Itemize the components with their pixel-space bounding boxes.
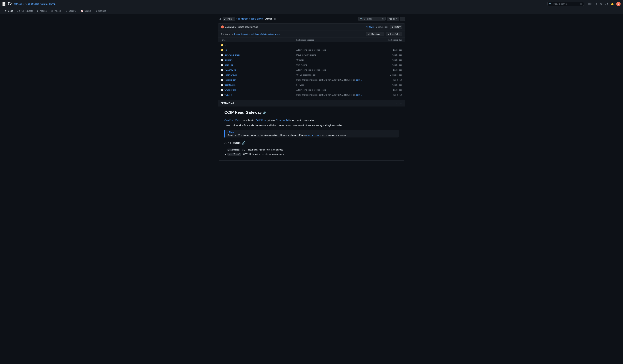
- copy-path-btn[interactable]: ⧉: [274, 17, 276, 21]
- file-name-cell: 📄 yarn.lock: [221, 94, 296, 96]
- note-title: ℹ Note: [227, 131, 396, 133]
- commit-date-cell: 2 days ago: [372, 49, 402, 51]
- file-row: 📄 .gitignore Organize 4 months ago: [218, 57, 405, 62]
- col-name: Name: [221, 39, 296, 41]
- file-nav: ⊞ ⎇ main ▾ ens-offchain-registrar-zkevm …: [218, 17, 405, 21]
- route-code: /get/{name}: [227, 153, 241, 156]
- file-type-icon: 📄: [221, 74, 223, 76]
- sidebar-toggle[interactable]: ⊞: [218, 17, 221, 21]
- file-link[interactable]: README.md: [224, 69, 236, 71]
- upstream-link[interactable]: gskril/ens-offchain-registrar:main: [251, 33, 280, 35]
- path-repo-link[interactable]: ens-offchain-registrar-zkevm: [236, 18, 263, 20]
- commit-msg-link[interactable]: gskr…: [356, 94, 362, 96]
- open-issue-link[interactable]: open an issue: [306, 134, 319, 136]
- commit-date-cell: last month: [372, 94, 402, 96]
- search-shortcut: /: [580, 3, 582, 5]
- col-commit-date: Last commit date: [372, 39, 402, 41]
- tab-pull-requests[interactable]: ⎇ Pull requests: [15, 8, 35, 14]
- add-file-btn[interactable]: Add file ▾: [387, 17, 399, 21]
- hamburger-menu[interactable]: ☰: [2, 2, 5, 6]
- file-link[interactable]: .gitignore: [224, 59, 233, 61]
- readme-raw-btn[interactable]: ≡: [400, 102, 402, 105]
- contribute-label: Contribute: [371, 33, 380, 35]
- tab-code[interactable]: <> Code: [2, 8, 15, 14]
- commit-msg-cell: Sort imports: [296, 64, 372, 66]
- commit-date-cell: 4 months ago: [372, 59, 402, 61]
- file-row: 📄 tsconfig.json Fix types 4 months ago: [218, 82, 405, 87]
- tab-actions-label: Actions: [40, 10, 47, 12]
- history-label: History: [395, 26, 400, 28]
- file-link[interactable]: package.json: [224, 79, 236, 81]
- tab-projects-label: Projects: [54, 10, 61, 12]
- commit-date-cell: 2 days ago: [372, 69, 402, 71]
- file-link[interactable]: tsconfig.json: [224, 84, 235, 86]
- readme-h1: CCIP Read Gateway 🔗: [224, 110, 399, 116]
- cloudflare-worker-link[interactable]: Cloudflare Worker: [224, 119, 242, 121]
- contribute-icon: ⎇: [368, 33, 370, 35]
- file-link[interactable]: ogdomains.sol: [224, 74, 237, 76]
- file-table: Name Last commit message Last commit dat…: [218, 38, 405, 97]
- issues-btn[interactable]: ⊙: [600, 2, 603, 6]
- notifications-btn[interactable]: 🔔: [610, 2, 615, 6]
- avatar[interactable]: E: [616, 2, 621, 6]
- file-name-cell: 📄 .prettierrc: [221, 64, 296, 66]
- file-link[interactable]: .dev.vars.example: [224, 54, 241, 56]
- insights-icon: 📈: [80, 10, 83, 12]
- file-link[interactable]: src: [224, 49, 227, 51]
- contribute-chevron-icon: ▾: [381, 33, 382, 35]
- file-link[interactable]: ..: [224, 44, 226, 46]
- file-name-cell: 📄 tsconfig.json: [221, 84, 296, 86]
- route-desc: - GET - Returns the records for a given …: [242, 153, 284, 155]
- pull-requests-btn[interactable]: ⎇: [604, 2, 608, 6]
- note-title-text: Note: [229, 131, 234, 133]
- readme-intro1: Cloudflare Worker is used as the CCIP Re…: [224, 119, 399, 122]
- goto-file-icon: 🔍: [360, 18, 363, 20]
- file-link[interactable]: wrangler.toml: [224, 89, 236, 91]
- file-name-cell: 📁 ..: [221, 43, 296, 46]
- tab-security[interactable]: 🛡 Security: [63, 8, 78, 14]
- commit-msg-cell: Create ogdomains.sol: [296, 74, 372, 76]
- file-type-icon: 📄: [221, 59, 223, 61]
- col-commit-msg: Last commit message: [296, 39, 372, 41]
- goto-file[interactable]: 🔍 Go to file t: [358, 17, 386, 21]
- ccip-read-link[interactable]: CCIP Read: [256, 119, 267, 121]
- actions-icon: ▶: [37, 10, 39, 12]
- commit-author[interactable]: estmcmxci: [225, 26, 236, 28]
- history-btn[interactable]: ⏱ History: [390, 25, 402, 29]
- file-path: ens-offchain-registrar-zkevm / worker / …: [236, 17, 276, 21]
- sync-fork-btn[interactable]: ↻ Sync fork ▾: [386, 32, 402, 36]
- cloudflare-d1-link[interactable]: Cloudflare D1: [276, 119, 289, 121]
- tab-actions[interactable]: ▶ Actions: [35, 8, 49, 14]
- tab-insights[interactable]: 📈 Insights: [78, 8, 93, 14]
- commit-sha[interactable]: fb8a5ca: [366, 26, 375, 28]
- commit-msg-link[interactable]: gskr…: [356, 79, 362, 81]
- readme-h1-anchor[interactable]: 🔗: [263, 111, 266, 114]
- tab-projects[interactable]: ⊞ Projects: [49, 8, 64, 14]
- breadcrumb-user[interactable]: estmcmxci: [14, 3, 24, 5]
- file-row: 📁 ..: [218, 43, 405, 47]
- command-palette-btn[interactable]: ⌨: [587, 2, 592, 6]
- commit-author-avatar: [221, 25, 224, 28]
- readme-edit-btn[interactable]: ✏: [395, 102, 399, 105]
- api-route-item: /get/{name} - GET - Returns the records …: [227, 152, 399, 156]
- file-row: 📄 yarn.lock Bump @ensdomains/ens-contrac…: [218, 92, 405, 97]
- file-type-icon: 📁: [221, 43, 223, 46]
- file-name-cell: 📄 wrangler.toml: [221, 88, 296, 91]
- readme-h2-anchor[interactable]: 🔗: [242, 141, 245, 145]
- ahead-commits-link[interactable]: 1 commit ahead of: [234, 33, 250, 35]
- more-options-btn[interactable]: ···: [400, 17, 405, 21]
- tab-settings[interactable]: ⚙ Settings: [93, 8, 108, 14]
- api-routes-list: /get/names - GET - Returns all names fro…: [224, 148, 399, 156]
- create-new-btn[interactable]: +▾: [594, 2, 598, 6]
- breadcrumb-repo[interactable]: ens-offchain-registrar-zkevm: [26, 3, 55, 5]
- tab-pr-label: Pull requests: [21, 10, 33, 12]
- settings-icon: ⚙: [95, 10, 97, 12]
- file-name-cell: 📄 .gitignore: [221, 59, 296, 61]
- branch-selector[interactable]: ⎇ main ▾: [222, 17, 235, 21]
- search-bar[interactable]: 🔍 Type / to search /: [547, 2, 584, 6]
- file-link[interactable]: .prettierrc: [224, 64, 233, 66]
- file-type-icon: 📄: [221, 84, 223, 86]
- contribute-btn[interactable]: ⎇ Contribute ▾: [366, 32, 384, 36]
- file-link[interactable]: yarn.lock: [224, 94, 232, 96]
- readme-title: README.md: [221, 102, 234, 104]
